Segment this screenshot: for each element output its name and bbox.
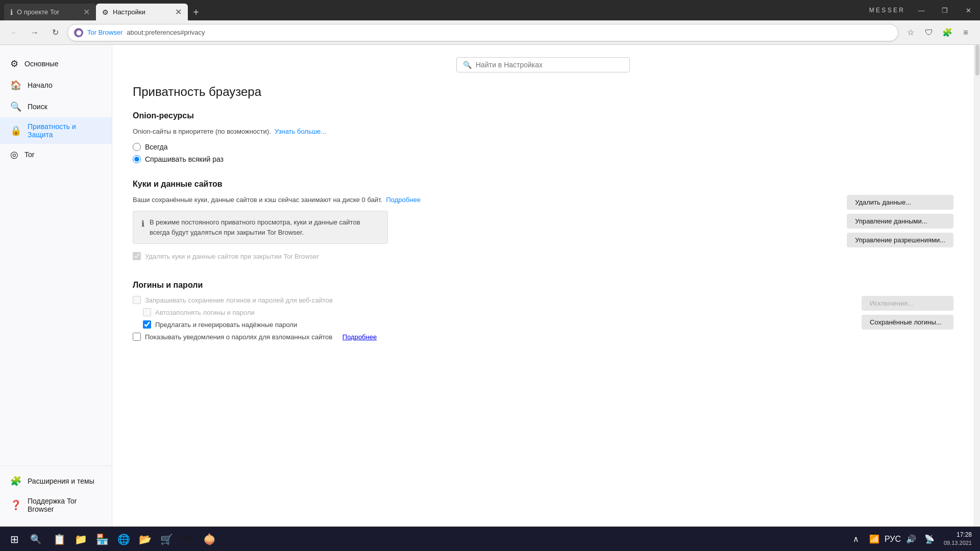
- exceptions-button[interactable]: Исключения...: [862, 296, 953, 311]
- settings-content: 🔍 Приватность браузера Onion-ресурсы Oni…: [112, 45, 974, 527]
- sidebar-bottom: 🧩 Расширения и темы ❓ Поддержка Tor Brow…: [0, 466, 112, 518]
- extensions-icon[interactable]: 🧩: [939, 24, 955, 41]
- address-bar[interactable]: ⬤ Tor Browser about:preferences#privacy: [67, 24, 898, 41]
- taskbar-app-store2[interactable]: 🛒: [156, 529, 177, 549]
- suggest-option: Предлагать и генерировать надёжные парол…: [143, 320, 849, 329]
- logins-row: Запрашивать сохранение логинов и паролей…: [133, 296, 953, 345]
- ask-save-option: Запрашивать сохранение логинов и паролей…: [133, 296, 849, 304]
- sidebar-item-tor[interactable]: ◎ Tor: [0, 144, 112, 165]
- taskbar-app-store[interactable]: 🏪: [92, 529, 112, 549]
- taskbar-wifi-icon[interactable]: 📡: [921, 531, 938, 547]
- logins-buttons: Исключения... Сохранённые логины...: [862, 296, 953, 330]
- cookies-info-box: ℹ В режиме постоянного приватного просмо…: [133, 211, 388, 244]
- close-button[interactable]: ✕: [957, 0, 980, 20]
- taskbar-app-mail[interactable]: ✉: [178, 529, 198, 549]
- reload-button[interactable]: ↻: [47, 24, 63, 41]
- back-button[interactable]: ←: [6, 24, 22, 41]
- autofill-checkbox[interactable]: [143, 308, 151, 316]
- tab-bar: ℹ О проекте Tor ✕ ⚙ Настройки ✕ +: [4, 0, 863, 20]
- shield-icon[interactable]: 🛡: [921, 24, 937, 41]
- search-area: 🔍: [133, 45, 953, 81]
- extensions-nav-icon: 🧩: [10, 475, 21, 487]
- tab-about[interactable]: ℹ О проекте Tor ✕: [4, 4, 96, 20]
- scrollbar[interactable]: [974, 45, 980, 527]
- page-title: Приватность браузера: [133, 81, 953, 99]
- onion-ask-radio[interactable]: [133, 155, 141, 163]
- taskbar-search-button[interactable]: 🔍: [27, 530, 45, 548]
- time-display[interactable]: 17:28 09.13.2021: [940, 531, 976, 547]
- onion-always-label: Всегда: [145, 143, 168, 151]
- notify-learn-more-link[interactable]: Подробнее: [342, 333, 377, 341]
- tab-settings[interactable]: ⚙ Настройки ✕: [96, 4, 188, 20]
- tab-settings-close[interactable]: ✕: [175, 8, 182, 16]
- cookies-section-title: Куки и данные сайтов: [133, 180, 953, 189]
- taskbar-network-icon[interactable]: 📶: [866, 531, 883, 547]
- window-controls: M E S S E R — ❐ ✕: [863, 0, 980, 20]
- taskbar-lang-label: РУС: [885, 535, 901, 544]
- taskbar-lang-icon[interactable]: РУС: [885, 531, 901, 547]
- notify-option: Показывать уведомления о паролях для взл…: [133, 333, 849, 341]
- onion-learn-more-link[interactable]: Узнать больше...: [275, 128, 326, 135]
- support-icon: ❓: [10, 499, 21, 511]
- manage-data-button[interactable]: Управление данными...: [847, 214, 953, 229]
- suggest-checkbox[interactable]: [143, 320, 151, 329]
- onion-desc: Onion-сайты в приоритете (по возможности…: [133, 127, 953, 137]
- delete-data-button[interactable]: Удалить данные...: [847, 195, 953, 210]
- scrollbar-thumb[interactable]: [975, 45, 979, 76]
- taskbar-apps: 📋 📁 🏪 🌐 📂 🛒 ✉ 🧅: [49, 529, 219, 549]
- minimize-button[interactable]: —: [910, 0, 933, 20]
- start-button[interactable]: ⊞: [4, 529, 24, 549]
- tor-browser-label: Tor Browser: [87, 29, 122, 36]
- tab-settings-icon: ⚙: [102, 8, 109, 16]
- saved-logins-button[interactable]: Сохранённые логины...: [862, 315, 953, 330]
- autofill-option: Автозаполнять логины и пароли: [143, 308, 849, 316]
- search-icon: 🔍: [463, 61, 472, 69]
- section-logins: Логины и пароли Запрашивать сохранение л…: [133, 281, 953, 345]
- onion-always-radio[interactable]: [133, 143, 141, 151]
- search-box[interactable]: 🔍: [456, 57, 630, 72]
- general-icon: ⚙: [10, 58, 18, 69]
- cookies-learn-more-link[interactable]: Подробнее: [386, 196, 420, 204]
- sidebar-item-support-label: Поддержка Tor Browser: [28, 497, 102, 513]
- taskbar-app-widgets[interactable]: 📋: [49, 529, 69, 549]
- more-menu-icon[interactable]: ≡: [958, 24, 974, 41]
- cookies-delete-checkbox[interactable]: [133, 252, 141, 260]
- search-input[interactable]: [476, 61, 623, 69]
- logins-section-title: Логины и пароли: [133, 281, 953, 290]
- toolbar-actions: ☆ 🛡 🧩 ≡: [902, 24, 974, 41]
- sidebar-item-home[interactable]: 🏠 Начало: [0, 74, 112, 96]
- cookies-delete-checkbox-option: Удалять куки и данные сайтов при закрыти…: [133, 252, 835, 260]
- cookies-delete-label: Удалять куки и данные сайтов при закрыти…: [145, 253, 319, 260]
- bookmark-icon[interactable]: ☆: [902, 24, 919, 41]
- taskbar-app-tor[interactable]: 🧅: [199, 529, 219, 549]
- forward-button[interactable]: →: [27, 24, 43, 41]
- taskbar-chevron-icon[interactable]: ∧: [848, 531, 864, 547]
- taskbar-app-files[interactable]: 📁: [70, 529, 91, 549]
- sidebar-item-general[interactable]: ⚙ Основные: [0, 53, 112, 74]
- taskbar-app-edge[interactable]: 🌐: [113, 529, 134, 549]
- notify-checkbox[interactable]: [133, 333, 141, 341]
- sidebar-item-extensions[interactable]: 🧩 Расширения и темы: [0, 470, 112, 492]
- notify-label: Показывать уведомления о паролях для взл…: [145, 333, 332, 341]
- onion-section-title: Onion-ресурсы: [133, 111, 953, 120]
- cookies-buttons: Удалить данные... Управление данными... …: [847, 195, 953, 247]
- sidebar-item-privacy[interactable]: 🔒 Приватность и Защита: [0, 117, 112, 144]
- taskbar: ⊞ 🔍 📋 📁 🏪 🌐 📂 🛒 ✉ 🧅 ∧ 📶 РУС 🔊 📡 17:28 09…: [0, 527, 980, 551]
- window-title-label: M E S S E R: [863, 7, 910, 14]
- taskbar-volume-icon[interactable]: 🔊: [903, 531, 919, 547]
- sidebar-item-search-label: Поиск: [28, 103, 47, 111]
- sidebar-item-support[interactable]: ❓ Поддержка Tor Browser: [0, 492, 112, 518]
- logins-content: Запрашивать сохранение логинов и паролей…: [133, 296, 849, 345]
- sidebar-item-search[interactable]: 🔍 Поиск: [0, 96, 112, 117]
- tab-about-close[interactable]: ✕: [83, 8, 90, 16]
- new-tab-button[interactable]: +: [188, 4, 204, 20]
- onion-ask-label: Спрашивать всякий раз: [145, 155, 224, 163]
- manage-permissions-button[interactable]: Управление разрешениями...: [847, 233, 953, 247]
- address-url: about:preferences#privacy: [127, 29, 205, 36]
- taskbar-app-explorer[interactable]: 📂: [135, 529, 155, 549]
- tor-nav-icon: ◎: [10, 149, 18, 160]
- toolbar: ← → ↻ ⬤ Tor Browser about:preferences#pr…: [0, 20, 980, 45]
- sidebar-item-home-label: Начало: [28, 81, 53, 89]
- maximize-button[interactable]: ❐: [933, 0, 957, 20]
- ask-save-checkbox[interactable]: [133, 296, 141, 304]
